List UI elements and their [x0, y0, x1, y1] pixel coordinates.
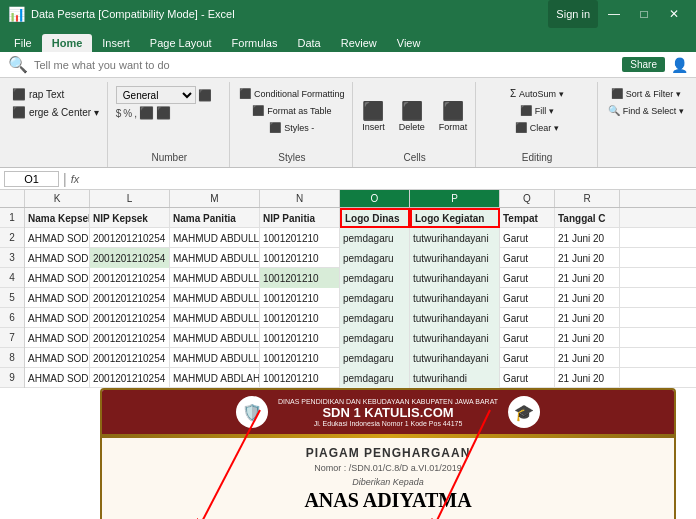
ribbon-group-editing: ΣAutoSum ▾ ⬛Fill ▾ ⬛Clear ▾ Editing — [478, 82, 598, 167]
cert-nomor: Nomor : /SDN.01/C.8/D a.VI.01/2019 — [118, 463, 658, 473]
tab-formulas[interactable]: Formulas — [222, 34, 288, 52]
tab-data[interactable]: Data — [287, 34, 330, 52]
comma-button[interactable]: , — [134, 108, 137, 119]
col-header-m[interactable]: M — [170, 190, 260, 207]
col-header-q[interactable]: Q — [500, 190, 555, 207]
cert-header: 🛡️ DINAS PENDIDIKAN DAN KEBUDAYAAN KABUP… — [102, 390, 674, 434]
sign-in-button[interactable]: Sign in — [548, 0, 598, 28]
cells-label: Cells — [404, 152, 426, 165]
row-num-5[interactable]: 5 — [0, 288, 24, 308]
col-header-p[interactable]: P — [410, 190, 500, 207]
format-as-table-button[interactable]: ⬛Format as Table — [247, 103, 336, 118]
col-header-n[interactable]: N — [260, 190, 340, 207]
row-num-8[interactable]: 8 — [0, 348, 24, 368]
cert-org-line1: DINAS PENDIDIKAN DAN KEBUDAYAAN KABUPATE… — [278, 398, 498, 405]
name-box[interactable] — [4, 171, 59, 187]
cell-k1[interactable]: Nama Kepsek — [25, 208, 90, 228]
insert-button[interactable]: ⬛ Insert — [357, 99, 390, 135]
row-num-9[interactable]: 9 — [0, 368, 24, 388]
row-numbers: 1 2 3 4 5 6 7 8 9 — [0, 208, 25, 388]
cert-org-line3: Jl. Edukasi Indonesia Nomor 1 Kode Pos 4… — [278, 420, 498, 427]
ribbon-group-sort-find: ⬛Sort & Filter ▾ 🔍Find & Select ▾ — [600, 82, 692, 167]
table-row: AHMAD SODIKIN 2001201210254 MAHMUD ABDUL… — [25, 308, 696, 328]
cert-recipient-name: ANAS ADIYATMA — [118, 489, 658, 512]
col-header-k[interactable]: K — [25, 190, 90, 207]
cert-body: PIAGAM PENGHARGAAN Nomor : /SDN.01/C.8/D… — [102, 438, 674, 519]
row-num-4[interactable]: 4 — [0, 268, 24, 288]
cell-r1[interactable]: Tanggal C — [555, 208, 620, 228]
wrap-text-button[interactable]: ⬛rap Text — [7, 86, 69, 103]
table-row: AHMAD SODIKIN 2001201210254 MAHMUD ABDUL… — [25, 288, 696, 308]
title-bar-left: 📊 Data Peserta [Compatibility Mode] - Ex… — [8, 6, 235, 22]
clear-button[interactable]: ⬛Clear ▾ — [510, 120, 565, 135]
sheet-body: 1 2 3 4 5 6 7 8 9 Nama Kepsek NIP Kepsek… — [0, 208, 696, 388]
cert-logo-right: 🎓 — [508, 396, 540, 428]
row-num-3[interactable]: 3 — [0, 248, 24, 268]
tell-me-input[interactable] — [34, 59, 616, 71]
autosum-button[interactable]: ΣAutoSum ▾ — [505, 86, 569, 101]
cert-given: Diberikan Kepada — [118, 477, 658, 487]
cell-styles-button[interactable]: ⬛Styles - — [264, 120, 319, 135]
col-header-r[interactable]: R — [555, 190, 620, 207]
cell-o1[interactable]: Logo Dinas — [340, 208, 410, 228]
ribbon-group-alignment: ⬛rap Text ⬛erge & Center ▾ — [4, 82, 108, 167]
number-label: Number — [152, 152, 188, 165]
minimize-button[interactable]: — — [600, 0, 628, 28]
tab-review[interactable]: Review — [331, 34, 387, 52]
editing-label: Editing — [522, 152, 553, 165]
account-icon[interactable]: 👤 — [671, 57, 688, 73]
table-row: AHMAD SODIKIN 2001201210254 MAHMUD ABDUL… — [25, 228, 696, 248]
table-row: AHMAD SODIKIN 2001201210254 MAHMUD ABDLA… — [25, 368, 696, 388]
ribbon: ⬛rap Text ⬛erge & Center ▾ General ⬛ $ %… — [0, 78, 696, 168]
ribbon-group-cells: ⬛ Insert ⬛ Delete ⬛ Format Cells — [355, 82, 476, 167]
row-num-corner — [0, 190, 25, 207]
decrease-decimal-button[interactable]: ⬛ — [156, 106, 171, 120]
merge-center-button[interactable]: ⬛erge & Center ▾ — [7, 104, 104, 121]
format-button[interactable]: ⬛ Format — [434, 99, 473, 135]
cell-q1[interactable]: Tempat — [500, 208, 555, 228]
number-format-select[interactable]: General — [116, 86, 196, 104]
cell-n1[interactable]: NIP Panitia — [260, 208, 340, 228]
restore-button[interactable]: □ — [630, 0, 658, 28]
ribbon-tabs: File Home Insert Page Layout Formulas Da… — [0, 28, 696, 52]
row-num-2[interactable]: 2 — [0, 228, 24, 248]
search-icon: 🔍 — [8, 55, 28, 74]
tab-page-layout[interactable]: Page Layout — [140, 34, 222, 52]
cell-l1[interactable]: NIP Kepsek — [90, 208, 170, 228]
styles-label: Styles — [278, 152, 305, 165]
tab-insert[interactable]: Insert — [92, 34, 140, 52]
ribbon-group-number: General ⬛ $ % , ⬛ ⬛ Number — [110, 82, 230, 167]
tab-home[interactable]: Home — [42, 34, 93, 52]
window-title: Data Peserta [Compatibility Mode] - Exce… — [31, 8, 235, 20]
find-select-button[interactable]: 🔍Find & Select ▾ — [603, 103, 689, 118]
conditional-formatting-button[interactable]: ⬛Conditional Formatting — [234, 86, 350, 101]
cert-header-text: DINAS PENDIDIKAN DAN KEBUDAYAAN KABUPATE… — [278, 398, 498, 427]
title-bar-controls[interactable]: Sign in — □ ✕ — [548, 0, 688, 28]
certificate-preview: 🛡️ DINAS PENDIDIKAN DAN KEBUDAYAAN KABUP… — [100, 388, 676, 519]
tab-file[interactable]: File — [4, 34, 42, 52]
sort-filter-button[interactable]: ⬛Sort & Filter ▾ — [606, 86, 686, 101]
row-num-7[interactable]: 7 — [0, 328, 24, 348]
number-format-row: General ⬛ — [116, 86, 223, 104]
table-row: AHMAD SODIKIN 2001201210254 MAHMUD ABDUL… — [25, 328, 696, 348]
delete-button[interactable]: ⬛ Delete — [394, 99, 430, 135]
currency-button[interactable]: $ — [116, 108, 122, 119]
number-expand-icon[interactable]: ⬛ — [198, 89, 212, 102]
row-num-1[interactable]: 1 — [0, 208, 24, 228]
number-controls-row: $ % , ⬛ ⬛ — [116, 106, 223, 120]
col-header-l[interactable]: L — [90, 190, 170, 207]
formula-bar: | fx — [0, 168, 696, 190]
search-bar: 🔍 Share 👤 — [0, 52, 696, 78]
close-button[interactable]: ✕ — [660, 0, 688, 28]
table-row: AHMAD SODIKIN 2001201210254 MAHMUD ABDUL… — [25, 248, 696, 268]
cell-m1[interactable]: Nama Panitia — [170, 208, 260, 228]
tab-view[interactable]: View — [387, 34, 431, 52]
col-header-o[interactable]: O — [340, 190, 410, 207]
fill-button[interactable]: ⬛Fill ▾ — [515, 103, 560, 118]
share-button[interactable]: Share — [622, 57, 665, 72]
cell-p1[interactable]: Logo Kegiatan — [410, 208, 500, 228]
row-num-6[interactable]: 6 — [0, 308, 24, 328]
percent-button[interactable]: % — [123, 108, 132, 119]
increase-decimal-button[interactable]: ⬛ — [139, 106, 154, 120]
table-row: AHMAD SODIKIN 2001201210254 MAHMUD ABDUL… — [25, 268, 696, 288]
